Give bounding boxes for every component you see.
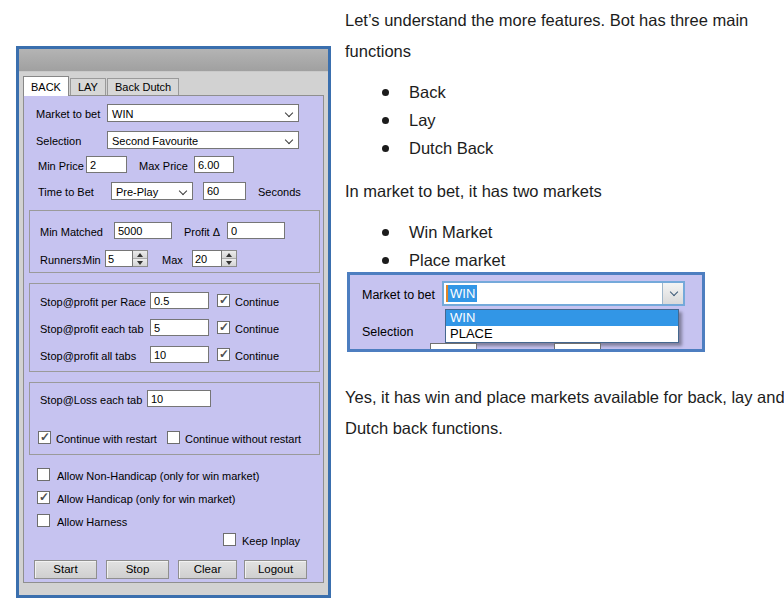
market-to-bet-label: Market to bet [36, 108, 100, 120]
bullet-place-market: Place market [382, 246, 505, 274]
max-price-input[interactable] [194, 156, 234, 173]
selection-value: Second Favourite [112, 135, 198, 147]
paragraph-main-functions: Let’s understand the more features. Bot … [345, 5, 765, 67]
start-button[interactable]: Start [34, 560, 97, 579]
stop-profit-race-input[interactable] [150, 292, 209, 309]
window-titlebar[interactable] [19, 49, 328, 72]
page: BACK LAY Back Dutch Market to bet WIN Se… [0, 0, 784, 609]
back-tab-page: Market to bet WIN Selection Second Favou… [23, 95, 324, 583]
allow-handicap-checkbox[interactable] [37, 491, 50, 504]
stop-loss-label: Stop@Loss each tab [40, 394, 142, 406]
continue-race-checkbox[interactable] [217, 294, 230, 307]
continue-with-restart-checkbox[interactable] [38, 431, 51, 444]
continue-tab-label: Continue [235, 323, 279, 335]
stop-profit-group: Stop@profit per Race Continue Stop@profi… [29, 283, 320, 372]
bullet-icon [382, 89, 389, 96]
paragraph-two-markets: In market to bet, it has two markets [345, 176, 775, 207]
tab-back-dutch[interactable]: Back Dutch [107, 78, 179, 95]
bullet-lay: Lay [382, 106, 436, 134]
option-win[interactable]: WIN [446, 310, 678, 326]
continue-tab-checkbox[interactable] [217, 321, 230, 334]
runners-min-input[interactable] [105, 250, 133, 267]
chevron-down-icon [670, 288, 678, 296]
clipped-field [554, 343, 601, 352]
inset-selection-label: Selection [362, 325, 413, 339]
tab-strip: BACK LAY Back Dutch [23, 76, 180, 95]
bullet-back: Back [382, 78, 446, 106]
inset-market-combo[interactable]: WIN [442, 281, 685, 306]
continue-without-restart-label: Continue without restart [185, 433, 301, 445]
spin-up-icon[interactable] [222, 251, 236, 258]
stop-profit-tab-label: Stop@profit each tab [40, 323, 144, 335]
allow-non-handicap-checkbox[interactable] [37, 468, 50, 481]
bullet-place-market-label: Place market [409, 251, 505, 270]
stop-loss-group: Stop@Loss each tab Continue with restart… [29, 382, 320, 455]
bullet-dutch-back-label: Dutch Back [409, 139, 493, 158]
clear-button[interactable]: Clear [178, 560, 237, 579]
seconds-label: Seconds [258, 186, 301, 198]
allow-handicap-label: Allow Handicap (only for win market) [57, 493, 236, 505]
profit-delta-input[interactable] [227, 222, 285, 239]
stop-profit-race-label: Stop@profit per Race [40, 296, 146, 308]
option-place[interactable]: PLACE [446, 326, 678, 342]
market-dropdown-inset: Market to bet WIN WIN PLACE Selection [347, 272, 705, 352]
logout-button[interactable]: Logout [244, 560, 307, 579]
selection-label: Selection [36, 135, 81, 147]
continue-with-restart-label: Continue with restart [56, 433, 157, 445]
chevron-down-icon [285, 109, 293, 117]
allow-harness-checkbox[interactable] [37, 514, 50, 527]
continue-all-label: Continue [235, 350, 279, 362]
min-price-label: Min Price [38, 160, 84, 172]
stop-profit-tab-input[interactable] [150, 319, 209, 336]
chevron-down-icon [285, 136, 293, 144]
stop-profit-all-input[interactable] [150, 346, 209, 363]
bullet-icon [382, 117, 389, 124]
bullet-win-market-label: Win Market [409, 223, 492, 242]
runners-label: Runners: [40, 254, 85, 266]
runners-max-label: Max [162, 254, 183, 266]
runners-min-stepper[interactable] [105, 250, 148, 267]
inset-market-label: Market to bet [362, 288, 435, 302]
bullet-dutch-back: Dutch Back [382, 134, 493, 162]
time-to-bet-label: Time to Bet [38, 186, 94, 198]
runners-min-label: Min [83, 254, 101, 266]
tab-lay[interactable]: LAY [70, 78, 106, 95]
bullet-icon [382, 145, 389, 152]
bullet-icon [382, 257, 389, 264]
keep-inplay-checkbox[interactable] [223, 533, 236, 546]
profit-delta-label: Profit Δ [184, 226, 220, 238]
clipped-field [430, 343, 477, 352]
market-to-bet-value: WIN [112, 108, 133, 120]
dropdown-arrow-button[interactable] [662, 283, 683, 304]
market-to-bet-combo[interactable]: WIN [107, 104, 299, 122]
bullet-back-label: Back [409, 83, 446, 102]
selection-combo[interactable]: Second Favourite [107, 131, 299, 149]
runners-max-input[interactable] [192, 250, 222, 267]
bullet-lay-label: Lay [409, 111, 436, 130]
bullet-icon [382, 229, 389, 236]
continue-race-label: Continue [235, 296, 279, 308]
paragraph-conclusion: Yes, it has win and place markets availa… [345, 382, 784, 444]
inset-dropdown-list: WIN PLACE [445, 309, 679, 343]
stop-button[interactable]: Stop [106, 560, 169, 579]
continue-all-checkbox[interactable] [217, 348, 230, 361]
inset-combo-selected-text: WIN [446, 285, 477, 302]
spin-up-icon[interactable] [133, 251, 147, 258]
seconds-input[interactable] [203, 182, 246, 200]
allow-harness-label: Allow Harness [57, 516, 127, 528]
keep-inplay-label: Keep Inplay [242, 535, 300, 547]
spin-down-icon[interactable] [222, 258, 236, 266]
allow-non-handicap-label: Allow Non-Handicap (only for win market) [57, 470, 259, 482]
time-to-bet-combo[interactable]: Pre-Play [111, 182, 193, 200]
min-matched-input[interactable] [114, 222, 172, 239]
bullet-win-market: Win Market [382, 218, 492, 246]
matched-runners-group: Min Matched Profit Δ Runners: Min Max [29, 210, 320, 273]
min-price-input[interactable] [86, 156, 127, 173]
continue-without-restart-checkbox[interactable] [167, 431, 180, 444]
stop-loss-input[interactable] [147, 390, 211, 407]
min-matched-label: Min Matched [40, 226, 103, 238]
spin-down-icon[interactable] [133, 258, 147, 266]
runners-max-stepper[interactable] [192, 250, 237, 267]
time-to-bet-value: Pre-Play [116, 186, 158, 198]
tab-back[interactable]: BACK [23, 76, 69, 96]
